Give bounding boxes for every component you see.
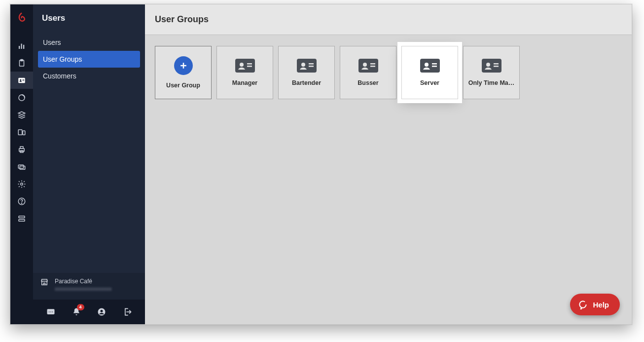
app-frame: Users Users User Groups Customers Paradi… bbox=[10, 4, 632, 325]
group-card-server[interactable]: Server bbox=[401, 46, 458, 99]
notifications-icon[interactable]: 4 bbox=[67, 302, 86, 322]
main-area: User Groups User Group Manager Bartender bbox=[145, 4, 632, 324]
group-card-manager[interactable]: Manager bbox=[216, 46, 273, 99]
svg-rect-30 bbox=[247, 63, 252, 65]
svg-rect-0 bbox=[19, 46, 20, 49]
icon-rail bbox=[10, 4, 33, 324]
svg-point-33 bbox=[301, 63, 305, 67]
logout-icon[interactable] bbox=[117, 302, 137, 322]
settings-nav-icon[interactable] bbox=[10, 175, 33, 192]
sidebar-item-customers[interactable]: Customers bbox=[38, 68, 140, 84]
card-label: Busser bbox=[358, 79, 378, 86]
payments-nav-icon[interactable] bbox=[10, 158, 33, 175]
add-card-label: User Group bbox=[166, 82, 200, 89]
chat-bubble-icon bbox=[578, 300, 588, 309]
devices-nav-icon[interactable] bbox=[10, 123, 33, 141]
card-label: Only Time Ma… bbox=[468, 79, 515, 86]
svg-rect-16 bbox=[20, 166, 25, 169]
page-title: User Groups bbox=[155, 14, 209, 25]
side-panel: Users Users User Groups Customers Paradi… bbox=[33, 4, 145, 324]
store-subtext: xxxxxxxxxxxxxxxxxxxxx bbox=[55, 286, 112, 292]
svg-rect-11 bbox=[23, 131, 25, 135]
svg-rect-38 bbox=[370, 63, 375, 65]
side-panel-title: Users bbox=[33, 4, 145, 34]
svg-point-45 bbox=[486, 63, 490, 67]
svg-rect-42 bbox=[432, 63, 437, 65]
svg-rect-15 bbox=[18, 165, 24, 168]
svg-point-24 bbox=[50, 311, 51, 312]
group-card-busser[interactable]: Busser bbox=[340, 46, 396, 99]
group-card-bartender[interactable]: Bartender bbox=[278, 46, 335, 99]
add-user-group-card[interactable]: User Group bbox=[155, 46, 212, 99]
svg-point-41 bbox=[425, 63, 429, 67]
clipboard-nav-icon[interactable] bbox=[10, 54, 33, 72]
svg-rect-35 bbox=[309, 66, 314, 67]
svg-rect-39 bbox=[370, 66, 375, 67]
svg-point-19 bbox=[21, 203, 22, 203]
card-label: Manager bbox=[232, 79, 257, 86]
messages-icon[interactable] bbox=[41, 302, 61, 322]
id-card-icon bbox=[235, 59, 255, 73]
sidebar-item-users[interactable]: Users bbox=[38, 34, 140, 51]
help-nav-icon[interactable] bbox=[10, 192, 33, 210]
svg-rect-43 bbox=[432, 66, 437, 67]
svg-rect-1 bbox=[21, 43, 22, 49]
group-cards: User Group Manager Bartender Busser bbox=[145, 35, 632, 110]
svg-rect-20 bbox=[19, 216, 25, 218]
svg-point-23 bbox=[49, 311, 50, 312]
help-button[interactable]: Help bbox=[570, 294, 620, 315]
svg-point-6 bbox=[20, 79, 21, 80]
svg-point-27 bbox=[101, 310, 103, 312]
svg-point-29 bbox=[240, 63, 244, 67]
store-footer: Paradise Café xxxxxxxxxxxxxxxxxxxxx bbox=[33, 273, 145, 300]
account-icon[interactable] bbox=[92, 302, 111, 322]
store-name: Paradise Café bbox=[55, 278, 112, 285]
svg-rect-46 bbox=[494, 63, 499, 65]
plus-circle-icon bbox=[174, 56, 193, 75]
svg-point-25 bbox=[52, 311, 53, 312]
svg-rect-4 bbox=[21, 59, 23, 61]
sidebar-item-user-groups[interactable]: User Groups bbox=[38, 51, 140, 68]
brand-logo-icon bbox=[15, 11, 28, 24]
svg-point-37 bbox=[363, 63, 367, 67]
svg-point-17 bbox=[21, 183, 23, 185]
svg-rect-8 bbox=[23, 80, 25, 81]
help-label: Help bbox=[593, 301, 609, 309]
svg-rect-34 bbox=[309, 63, 314, 65]
id-card-icon bbox=[482, 59, 501, 73]
stack-nav-icon[interactable] bbox=[10, 106, 33, 123]
svg-rect-13 bbox=[20, 147, 23, 149]
server-nav-icon[interactable] bbox=[10, 210, 33, 227]
svg-rect-47 bbox=[494, 66, 499, 67]
printer-nav-icon[interactable] bbox=[10, 141, 33, 158]
svg-rect-31 bbox=[247, 66, 252, 67]
card-label: Server bbox=[420, 79, 439, 86]
id-card-icon bbox=[420, 59, 440, 73]
store-icon bbox=[40, 278, 49, 287]
svg-rect-10 bbox=[18, 129, 22, 135]
main-header: User Groups bbox=[145, 4, 632, 35]
card-label: Bartender bbox=[292, 79, 321, 86]
users-nav-icon[interactable] bbox=[10, 72, 33, 89]
id-card-icon bbox=[358, 59, 378, 73]
bottom-rail: 4 bbox=[33, 300, 145, 324]
id-card-icon bbox=[297, 59, 317, 73]
group-card-only-time[interactable]: Only Time Ma… bbox=[463, 46, 520, 99]
svg-rect-21 bbox=[19, 219, 25, 221]
svg-rect-2 bbox=[23, 44, 24, 48]
side-nav: Users User Groups Customers bbox=[33, 34, 145, 84]
svg-rect-7 bbox=[23, 79, 25, 79]
notification-badge: 4 bbox=[77, 304, 84, 310]
orders-nav-icon[interactable] bbox=[10, 89, 33, 106]
analytics-nav-icon[interactable] bbox=[10, 37, 33, 54]
